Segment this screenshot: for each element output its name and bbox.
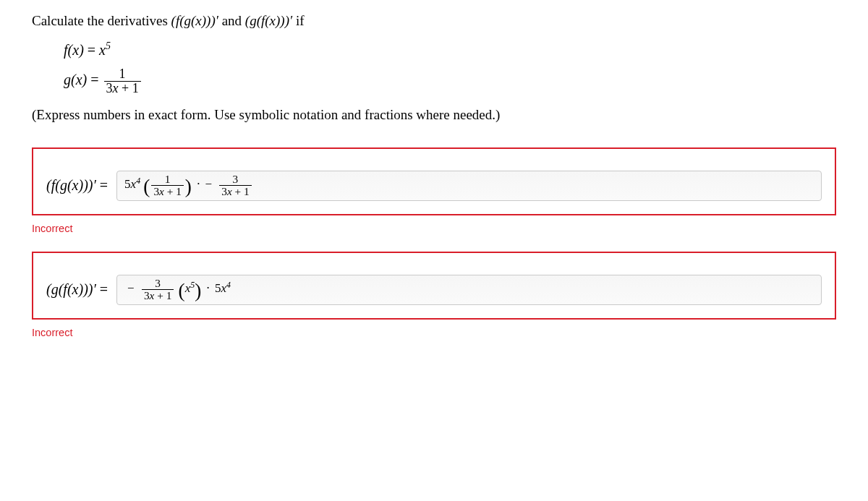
answer-box-2: (g(f(x)))′ = − 33x + 1 (x5) · 5x4 — [32, 252, 836, 320]
question-prompt: Calculate the derivatives (f(g(x)))′ and… — [32, 13, 836, 29]
definition-f: f(x) = x5 — [64, 42, 836, 59]
definition-g: g(x) = 1 3x + 1 — [64, 67, 836, 95]
answer-label-2: (g(f(x)))′ = — [46, 281, 108, 298]
feedback-2: Incorrect — [32, 327, 836, 338]
prompt-and: and — [218, 13, 245, 28]
prompt-tail: if — [292, 13, 304, 28]
prompt-lead: Calculate the derivatives — [32, 13, 171, 28]
answer-input-2[interactable]: − 33x + 1 (x5) · 5x4 — [116, 275, 822, 305]
instruction-text: (Express numbers in exact form. Use symb… — [32, 107, 836, 123]
answer-label-1: (f(g(x)))′ = — [46, 177, 108, 194]
feedback-1: Incorrect — [32, 223, 836, 234]
answer-input-1[interactable]: 5x4 (13x + 1) ·− 33x + 1 — [116, 171, 822, 201]
answer-box-1: (f(g(x)))′ = 5x4 (13x + 1) ·− 33x + 1 — [32, 147, 836, 215]
